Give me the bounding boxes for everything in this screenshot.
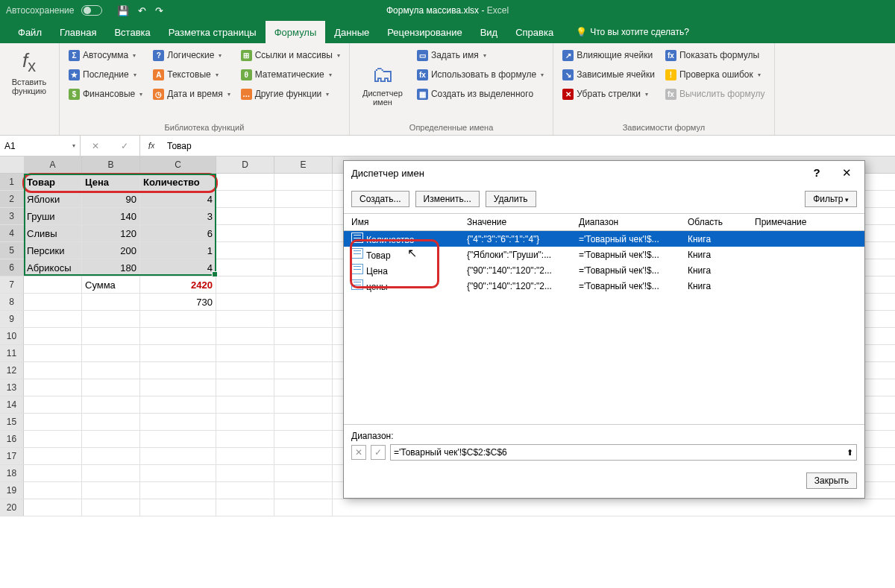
row-header[interactable]: 13 [0,379,24,396]
cell[interactable] [216,191,274,207]
cell[interactable] [274,225,333,241]
row-header[interactable]: 19 [0,482,24,499]
cell[interactable] [140,414,216,430]
row-header[interactable]: 8 [0,294,24,310]
cell[interactable] [24,431,82,447]
row-header[interactable]: 3 [0,208,24,224]
cell[interactable] [140,465,216,481]
recent-button[interactable]: ★Последние▾ [66,66,145,83]
cell[interactable] [274,465,333,481]
cell[interactable] [24,276,82,293]
cell[interactable]: 200 [82,242,140,259]
range-input[interactable]: ='Товарный чек'!$C$2:$C$6 ⬆ [390,444,857,461]
cell[interactable] [24,499,82,516]
cell[interactable] [274,414,333,430]
fx-icon[interactable]: fx [140,136,163,156]
cell[interactable]: 730 [140,294,216,310]
cell[interactable] [82,379,140,396]
cell[interactable] [82,294,140,310]
cell[interactable]: 6 [140,225,216,241]
cell[interactable] [216,414,274,430]
cell[interactable] [274,396,333,413]
cell[interactable] [216,311,274,327]
cell[interactable] [24,379,82,396]
cell[interactable] [216,328,274,344]
tab-formulas[interactable]: Формулы [266,21,326,43]
cell[interactable] [216,396,274,413]
name-list-item[interactable]: Товар{"Яблоки":"Груши":...='Товарный чек… [344,247,864,262]
remove-arrows-button[interactable]: ✕Убрать стрелки▾ [559,85,658,103]
cell[interactable] [216,448,274,464]
cell[interactable]: Товар [24,174,82,190]
col-header-e[interactable]: E [274,157,333,173]
cell[interactable] [274,362,333,379]
cell[interactable] [140,311,216,327]
cell[interactable] [24,362,82,379]
row-header[interactable]: 10 [0,328,24,344]
cell[interactable] [274,191,333,207]
cell[interactable] [216,174,274,190]
row-header[interactable]: 17 [0,448,24,464]
cell[interactable] [274,431,333,447]
cell[interactable]: 4 [140,259,216,276]
cell[interactable]: Сливы [24,225,82,241]
row-header[interactable]: 16 [0,431,24,447]
edit-name-button[interactable]: Изменить... [415,191,480,207]
col-header-d[interactable]: D [216,157,274,173]
cell[interactable] [274,311,333,327]
tab-file[interactable]: Файл [9,21,51,43]
tab-home[interactable]: Главная [51,21,105,43]
close-button[interactable]: Закрыть [806,472,857,489]
formula-input[interactable]: Товар [163,136,895,156]
cell[interactable] [216,379,274,396]
cell[interactable] [24,465,82,481]
tab-help[interactable]: Справка [506,21,562,43]
name-list-item[interactable]: цены{"90":"140":"120":"2...='Товарный че… [344,278,864,294]
cell[interactable] [274,276,333,293]
cell[interactable] [274,174,333,190]
cell[interactable] [216,259,274,276]
col-header-c[interactable]: C [140,157,216,173]
cell[interactable] [82,345,140,361]
row-header[interactable]: 20 [0,499,24,516]
row-header[interactable]: 1 [0,174,24,190]
cell[interactable] [82,362,140,379]
use-in-formula-button[interactable]: fxИспользовать в формуле▾ [414,66,547,83]
cell[interactable] [82,414,140,430]
name-list[interactable]: Количество{"4":"3":"6":"1":"4"}='Товарны… [344,231,864,425]
cell[interactable] [24,396,82,413]
cell[interactable] [140,499,216,516]
cell[interactable]: 2420 [140,276,216,293]
cell[interactable] [24,482,82,499]
evaluate-formula-button[interactable]: fxВычислить формулу [662,85,768,103]
cell[interactable] [216,242,274,259]
row-header[interactable]: 6 [0,259,24,276]
col-value-header[interactable]: Значение [467,217,579,227]
row-header[interactable]: 18 [0,465,24,481]
col-header-a[interactable]: A [24,157,82,173]
create-from-selection-button[interactable]: ▦Создать из выделенного [414,85,547,103]
tab-data[interactable]: Данные [325,21,378,43]
row-header[interactable]: 12 [0,362,24,379]
cell[interactable] [216,465,274,481]
cell[interactable] [216,345,274,361]
autosum-button[interactable]: ΣАвтосумма▾ [66,46,145,64]
lookup-button[interactable]: ⊞Ссылки и массивы▾ [238,46,343,64]
cell[interactable]: Персики [24,242,82,259]
close-icon[interactable]: ✕ [832,164,861,182]
text-button[interactable]: AТекстовые▾ [150,66,233,83]
table-row[interactable]: 20 [0,499,895,516]
save-icon[interactable]: 💾 [117,5,129,16]
col-scope-header[interactable]: Область [688,217,755,227]
col-header-b[interactable]: B [82,157,140,173]
cell[interactable] [216,431,274,447]
row-header[interactable]: 4 [0,225,24,241]
cell[interactable] [140,345,216,361]
cell[interactable] [274,294,333,310]
cell[interactable] [216,276,274,293]
cell[interactable] [82,396,140,413]
cell[interactable] [24,328,82,344]
row-header[interactable]: 5 [0,242,24,259]
insert-function-button[interactable]: fx Вставить функцию [6,46,52,98]
more-functions-button[interactable]: …Другие функции▾ [238,85,343,103]
